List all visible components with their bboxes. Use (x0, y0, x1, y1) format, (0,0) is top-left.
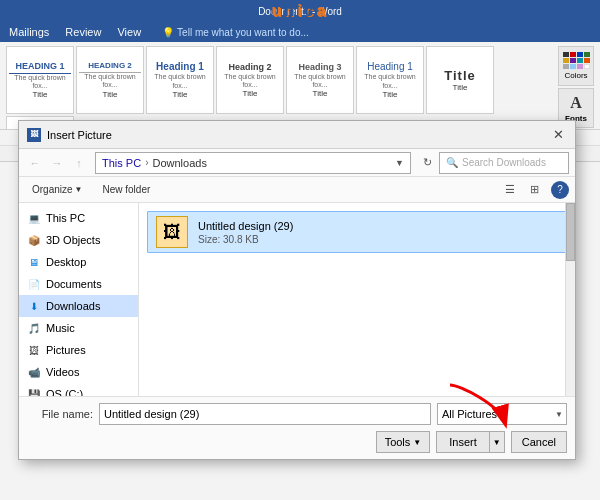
back-button[interactable]: ← (25, 153, 45, 173)
pictures-label: Pictures (46, 344, 86, 356)
new-folder-button[interactable]: New folder (94, 180, 160, 200)
dialog-body: 💻 This PC 📦 3D Objects 🖥 Desktop 📄 Docum… (19, 203, 575, 396)
downloads-label: Downloads (46, 300, 100, 312)
tell-me-bar[interactable]: 💡 Tell me what you want to do... (162, 27, 309, 38)
osc-icon: 💾 (27, 388, 41, 396)
osc-label: OS (C:) (46, 388, 83, 396)
organize-button[interactable]: Organize ▼ (25, 180, 90, 200)
sidebar-music[interactable]: 🎵 Music (19, 317, 138, 339)
file-sidebar: 💻 This PC 📦 3D Objects 🖥 Desktop 📄 Docum… (19, 203, 139, 396)
cancel-button[interactable]: Cancel (511, 431, 567, 453)
path-segment-thispc[interactable]: This PC (102, 157, 141, 169)
file-list-area: 🖼 Untitled design (29) Size: 30.8 KB (139, 203, 575, 396)
file-list: 🖼 Untitled design (29) Size: 30.8 KB (139, 203, 575, 396)
view-list-button[interactable]: ☰ (499, 180, 521, 200)
menu-view[interactable]: View (114, 25, 144, 39)
ribbon-right: Colors A Fonts (558, 46, 594, 128)
style-heading5[interactable]: Heading 1 The quick brown fox... Title (356, 46, 424, 114)
insert-button-group: Insert ▼ (436, 431, 505, 453)
organize-label: Organize (32, 184, 73, 195)
file-item-untitled[interactable]: 🖼 Untitled design (29) Size: 30.8 KB (147, 211, 567, 253)
tools-button[interactable]: Tools ▼ (376, 431, 431, 453)
title-bar: Document1 - Word (0, 0, 600, 22)
sidebar-downloads[interactable]: ⬇ Downloads (19, 295, 138, 317)
refresh-button[interactable]: ↻ (417, 153, 437, 173)
sidebar-desktop[interactable]: 🖥 Desktop (19, 251, 138, 273)
help-button[interactable]: ? (551, 181, 569, 199)
3dobjects-label: 3D Objects (46, 234, 100, 246)
scrollbar-thumb (566, 203, 575, 261)
insert-button[interactable]: Insert (436, 431, 489, 453)
app-title: Document1 - Word (8, 6, 592, 17)
path-dropdown-icon[interactable]: ▼ (395, 158, 404, 168)
style-heading4[interactable]: Heading 3 The quick brown fox... Title (286, 46, 354, 114)
pictures-icon: 🖼 (27, 344, 41, 356)
path-bar[interactable]: This PC › Downloads ▼ (95, 152, 411, 174)
thispc-label: This PC (46, 212, 85, 224)
3dobjects-icon: 📦 (27, 234, 41, 246)
sidebar-thispc[interactable]: 💻 This PC (19, 207, 138, 229)
sidebar-3dobjects[interactable]: 📦 3D Objects (19, 229, 138, 251)
buttons-row: Tools ▼ Insert ▼ Cancel (27, 431, 567, 453)
file-type-select[interactable]: All Pictures (437, 403, 567, 425)
sidebar-osc[interactable]: 💾 OS (C:) (19, 383, 138, 396)
sidebar-documents[interactable]: 📄 Documents (19, 273, 138, 295)
colors-label: Colors (564, 71, 587, 80)
colors-button[interactable]: Colors (558, 46, 594, 86)
ribbon: HEADING 1 The quick brown fox... Title H… (0, 42, 600, 130)
file-name-field-label: File name: (27, 408, 93, 420)
search-box[interactable]: 🔍 Search Downloads (439, 152, 569, 174)
style-heading3[interactable]: Heading 2 The quick brown fox... Title (216, 46, 284, 114)
file-thumbnail: 🖼 (156, 216, 188, 248)
file-thumb-icon: 🖼 (163, 222, 181, 243)
view-grid-button[interactable]: ⊞ (523, 180, 545, 200)
menu-review[interactable]: Review (62, 25, 104, 39)
file-name-label: Untitled design (29) (198, 220, 558, 232)
up-button[interactable]: ↑ (69, 153, 89, 173)
file-name-input[interactable] (99, 403, 431, 425)
filename-row: File name: All Pictures ▼ (27, 403, 567, 425)
fonts-icon: A (570, 94, 582, 112)
documents-icon: 📄 (27, 278, 41, 290)
videos-icon: 📹 (27, 366, 41, 378)
style-heading2[interactable]: Heading 1 The quick brown fox... Title (146, 46, 214, 114)
menu-bar: Mailings Review View 💡 Tell me what you … (0, 22, 600, 42)
desktop-label: Desktop (46, 256, 86, 268)
sidebar-videos[interactable]: 📹 Videos (19, 361, 138, 383)
view-options: ☰ ⊞ ? (499, 180, 569, 200)
path-separator: › (145, 157, 148, 168)
dialog-bottom: File name: All Pictures ▼ Tools ▼ Insert (19, 396, 575, 459)
word-background: Document1 - Word unica Mailings Review V… (0, 0, 600, 500)
search-icon: 🔍 (446, 157, 458, 168)
dialog-nav-toolbar: ← → ↑ This PC › Downloads ▼ ↻ 🔍 Search D… (19, 149, 575, 177)
organize-dropdown-icon: ▼ (75, 185, 83, 194)
documents-label: Documents (46, 278, 102, 290)
style-heading1[interactable]: HEADING 2 The quick brown fox... Title (76, 46, 144, 114)
sidebar-pictures[interactable]: 🖼 Pictures (19, 339, 138, 361)
tools-dropdown-icon: ▼ (413, 438, 421, 447)
file-size-label: Size: 30.8 KB (198, 234, 558, 245)
vertical-scrollbar[interactable] (565, 203, 575, 396)
desktop-icon: 🖥 (27, 256, 41, 268)
thispc-icon: 💻 (27, 212, 41, 224)
file-type-value: All Pictures (442, 408, 497, 420)
dialog-close-button[interactable]: ✕ (549, 126, 567, 144)
insert-picture-dialog: 🖼 Insert Picture ✕ ← → ↑ This PC › Downl… (18, 120, 576, 460)
styles-gallery: HEADING 1 The quick brown fox... Title H… (6, 46, 554, 130)
cancel-label: Cancel (522, 436, 556, 448)
style-title[interactable]: HEADING 1 The quick brown fox... Title (6, 46, 74, 114)
menu-mailings[interactable]: Mailings (6, 25, 52, 39)
search-placeholder: Search Downloads (462, 157, 546, 168)
music-icon: 🎵 (27, 322, 41, 334)
path-segment-downloads[interactable]: Downloads (152, 157, 206, 169)
lightbulb-icon: 💡 (162, 27, 174, 38)
new-folder-label: New folder (103, 184, 151, 195)
insert-dropdown-button[interactable]: ▼ (489, 431, 505, 453)
color-grid (563, 52, 590, 69)
dialog-icon: 🖼 (27, 128, 41, 142)
tools-label: Tools (385, 436, 411, 448)
forward-button[interactable]: → (47, 153, 67, 173)
insert-label: Insert (449, 436, 477, 448)
style-title2[interactable]: Title Title (426, 46, 494, 114)
music-label: Music (46, 322, 75, 334)
